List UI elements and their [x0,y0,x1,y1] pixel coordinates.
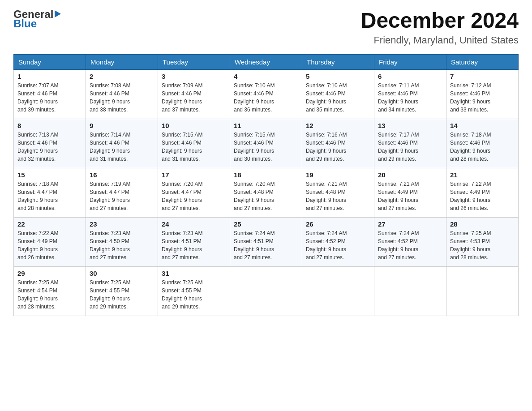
day-info: Sunrise: 7:15 AM Sunset: 4:46 PM Dayligh… [234,131,298,163]
col-thursday: Thursday [302,54,374,69]
day-number: 23 [90,220,154,228]
day-number: 22 [17,220,82,228]
day-info: Sunrise: 7:16 AM Sunset: 4:46 PM Dayligh… [306,131,370,163]
table-row: 31 Sunrise: 7:25 AM Sunset: 4:55 PM Dayl… [158,266,230,316]
table-row: 13 Sunrise: 7:17 AM Sunset: 4:46 PM Dayl… [374,119,446,168]
table-row: 4 Sunrise: 7:10 AM Sunset: 4:46 PM Dayli… [230,69,302,119]
day-number: 30 [90,270,154,277]
table-row: 20 Sunrise: 7:21 AM Sunset: 4:49 PM Dayl… [374,168,446,217]
table-row: 21 Sunrise: 7:22 AM Sunset: 4:49 PM Dayl… [446,168,519,217]
table-row: 11 Sunrise: 7:15 AM Sunset: 4:46 PM Dayl… [230,119,302,168]
logo-arrow-icon [55,10,61,17]
day-info: Sunrise: 7:08 AM Sunset: 4:46 PM Dayligh… [90,81,154,114]
day-number: 18 [234,171,298,179]
table-row: 5 Sunrise: 7:10 AM Sunset: 4:46 PM Dayli… [302,69,374,119]
calendar-table: Sunday Monday Tuesday Wednesday Thursday… [13,54,519,316]
day-info: Sunrise: 7:24 AM Sunset: 4:52 PM Dayligh… [306,229,370,261]
day-number: 27 [378,220,442,228]
day-number: 29 [17,270,82,277]
table-row: 19 Sunrise: 7:21 AM Sunset: 4:48 PM Dayl… [302,168,374,217]
calendar-week-5: 29 Sunrise: 7:25 AM Sunset: 4:54 PM Dayl… [14,266,519,316]
calendar-week-2: 8 Sunrise: 7:13 AM Sunset: 4:46 PM Dayli… [14,119,519,168]
table-row: 17 Sunrise: 7:20 AM Sunset: 4:47 PM Dayl… [158,168,230,217]
day-info: Sunrise: 7:10 AM Sunset: 4:46 PM Dayligh… [306,81,370,114]
day-info: Sunrise: 7:22 AM Sunset: 4:49 PM Dayligh… [450,180,515,212]
day-info: Sunrise: 7:10 AM Sunset: 4:46 PM Dayligh… [234,81,298,114]
day-number: 28 [450,220,515,228]
day-number: 6 [378,73,442,80]
day-number: 8 [17,122,82,129]
day-number: 31 [162,270,226,277]
table-row: 23 Sunrise: 7:23 AM Sunset: 4:50 PM Dayl… [86,217,158,266]
table-row [446,266,519,316]
page-header: General Blue December 2024 Friendly, Mar… [13,9,519,46]
day-info: Sunrise: 7:19 AM Sunset: 4:47 PM Dayligh… [90,180,154,212]
table-row: 10 Sunrise: 7:15 AM Sunset: 4:46 PM Dayl… [158,119,230,168]
day-number: 16 [90,171,154,179]
location-subtitle: Friendly, Maryland, United States [361,34,519,46]
table-row: 29 Sunrise: 7:25 AM Sunset: 4:54 PM Dayl… [14,266,86,316]
day-number: 9 [90,122,154,129]
day-info: Sunrise: 7:13 AM Sunset: 4:46 PM Dayligh… [17,131,82,163]
day-number: 19 [306,171,370,179]
day-info: Sunrise: 7:25 AM Sunset: 4:54 PM Dayligh… [17,278,82,311]
day-info: Sunrise: 7:21 AM Sunset: 4:49 PM Dayligh… [378,180,442,212]
calendar-header-row: Sunday Monday Tuesday Wednesday Thursday… [14,54,519,69]
day-info: Sunrise: 7:11 AM Sunset: 4:46 PM Dayligh… [378,81,442,114]
table-row: 14 Sunrise: 7:18 AM Sunset: 4:46 PM Dayl… [446,119,519,168]
logo: General Blue [13,9,61,29]
table-row: 28 Sunrise: 7:25 AM Sunset: 4:53 PM Dayl… [446,217,519,266]
calendar-week-3: 15 Sunrise: 7:18 AM Sunset: 4:47 PM Dayl… [14,168,519,217]
day-number: 2 [90,73,154,80]
table-row: 3 Sunrise: 7:09 AM Sunset: 4:46 PM Dayli… [158,69,230,119]
day-info: Sunrise: 7:17 AM Sunset: 4:46 PM Dayligh… [378,131,442,163]
table-row: 1 Sunrise: 7:07 AM Sunset: 4:46 PM Dayli… [14,69,86,119]
day-number: 5 [306,73,370,80]
day-number: 3 [162,73,226,80]
col-saturday: Saturday [446,54,519,69]
day-number: 17 [162,171,226,179]
table-row: 27 Sunrise: 7:24 AM Sunset: 4:52 PM Dayl… [374,217,446,266]
col-wednesday: Wednesday [230,54,302,69]
day-info: Sunrise: 7:23 AM Sunset: 4:51 PM Dayligh… [162,229,226,261]
table-row [302,266,374,316]
col-friday: Friday [374,54,446,69]
day-info: Sunrise: 7:25 AM Sunset: 4:55 PM Dayligh… [162,278,226,311]
day-info: Sunrise: 7:25 AM Sunset: 4:53 PM Dayligh… [450,229,515,261]
day-info: Sunrise: 7:20 AM Sunset: 4:48 PM Dayligh… [234,180,298,212]
day-info: Sunrise: 7:23 AM Sunset: 4:50 PM Dayligh… [90,229,154,261]
table-row [374,266,446,316]
day-info: Sunrise: 7:18 AM Sunset: 4:46 PM Dayligh… [450,131,515,163]
day-info: Sunrise: 7:20 AM Sunset: 4:47 PM Dayligh… [162,180,226,212]
day-number: 7 [450,73,515,80]
day-number: 25 [234,220,298,228]
day-info: Sunrise: 7:21 AM Sunset: 4:48 PM Dayligh… [306,180,370,212]
table-row: 9 Sunrise: 7:14 AM Sunset: 4:46 PM Dayli… [86,119,158,168]
table-row: 24 Sunrise: 7:23 AM Sunset: 4:51 PM Dayl… [158,217,230,266]
day-info: Sunrise: 7:15 AM Sunset: 4:46 PM Dayligh… [162,131,226,163]
table-row: 6 Sunrise: 7:11 AM Sunset: 4:46 PM Dayli… [374,69,446,119]
day-info: Sunrise: 7:07 AM Sunset: 4:46 PM Dayligh… [17,81,82,114]
logo-blue-text: Blue [13,18,37,29]
table-row: 15 Sunrise: 7:18 AM Sunset: 4:47 PM Dayl… [14,168,86,217]
day-number: 15 [17,171,82,179]
table-row: 8 Sunrise: 7:13 AM Sunset: 4:46 PM Dayli… [14,119,86,168]
day-info: Sunrise: 7:22 AM Sunset: 4:49 PM Dayligh… [17,229,82,261]
day-number: 4 [234,73,298,80]
day-number: 24 [162,220,226,228]
day-info: Sunrise: 7:24 AM Sunset: 4:52 PM Dayligh… [378,229,442,261]
day-info: Sunrise: 7:14 AM Sunset: 4:46 PM Dayligh… [90,131,154,163]
table-row: 2 Sunrise: 7:08 AM Sunset: 4:46 PM Dayli… [86,69,158,119]
table-row: 7 Sunrise: 7:12 AM Sunset: 4:46 PM Dayli… [446,69,519,119]
table-row: 18 Sunrise: 7:20 AM Sunset: 4:48 PM Dayl… [230,168,302,217]
day-info: Sunrise: 7:09 AM Sunset: 4:46 PM Dayligh… [162,81,226,114]
day-info: Sunrise: 7:24 AM Sunset: 4:51 PM Dayligh… [234,229,298,261]
day-info: Sunrise: 7:12 AM Sunset: 4:46 PM Dayligh… [450,81,515,114]
day-info: Sunrise: 7:18 AM Sunset: 4:47 PM Dayligh… [17,180,82,212]
table-row [230,266,302,316]
col-sunday: Sunday [14,54,86,69]
day-number: 14 [450,122,515,129]
day-number: 13 [378,122,442,129]
day-number: 12 [306,122,370,129]
table-row: 25 Sunrise: 7:24 AM Sunset: 4:51 PM Dayl… [230,217,302,266]
